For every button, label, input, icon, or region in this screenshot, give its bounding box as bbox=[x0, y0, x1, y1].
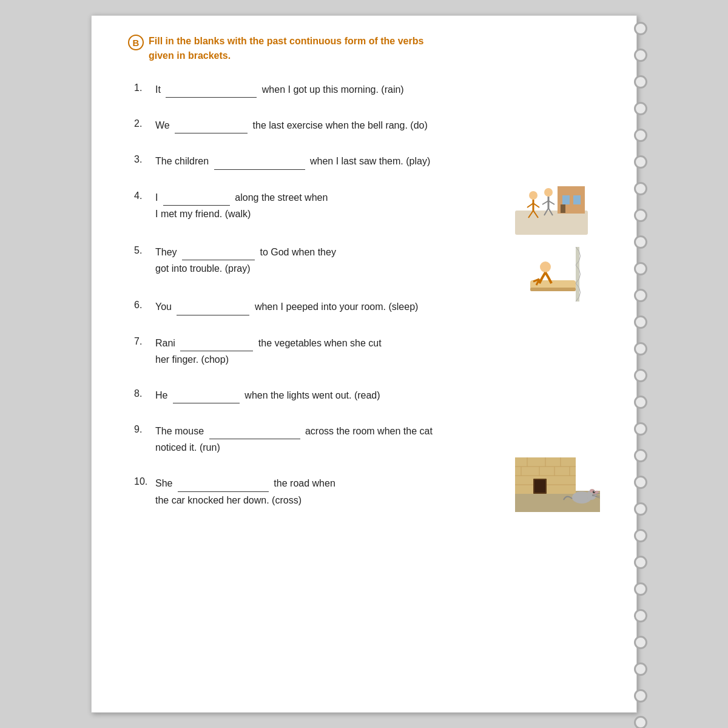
svg-rect-4 bbox=[561, 204, 565, 213]
question-4: 4. I along the street when I met my frie… bbox=[134, 189, 606, 222]
question-content: He when the lights went out. (read) bbox=[155, 387, 606, 403]
svg-point-42 bbox=[594, 491, 595, 493]
svg-point-5 bbox=[529, 191, 538, 200]
question-9: 9. The mouse across the room when the ca… bbox=[134, 423, 606, 456]
question-number: 9. bbox=[134, 423, 155, 435]
question-content: You when I peeped into your room. (sleep… bbox=[155, 298, 606, 315]
exercise-header: B Fill in the blanks with the past conti… bbox=[128, 34, 606, 63]
question-8: 8. He when the lights went out. (read) bbox=[134, 387, 606, 403]
spiral-ring bbox=[634, 22, 647, 35]
spiral-ring bbox=[634, 582, 647, 596]
spiral-ring bbox=[634, 716, 647, 728]
answer-blank-9[interactable] bbox=[209, 428, 300, 439]
spiral-ring bbox=[634, 502, 647, 516]
answer-blank-10[interactable] bbox=[178, 481, 269, 492]
question-content: It when I got up this morning. (rain) bbox=[155, 81, 606, 98]
question-number: 10. bbox=[134, 475, 155, 487]
question-content: The children when I last saw them. (play… bbox=[155, 153, 606, 169]
question-6: 6. You when I peeped into your room. (sl… bbox=[134, 298, 606, 315]
q9-text-the-mouse: The mouse bbox=[155, 426, 204, 436]
svg-rect-3 bbox=[573, 195, 581, 204]
spiral-ring bbox=[634, 315, 647, 329]
spiral-ring bbox=[634, 689, 647, 703]
spiral-ring bbox=[634, 102, 647, 115]
spiral-ring bbox=[634, 155, 647, 169]
spiral-ring bbox=[634, 556, 647, 569]
question-content: The mouse across the room when the cat n… bbox=[155, 423, 606, 456]
question-1: 1. It when I got up this morning. (rain) bbox=[134, 81, 606, 98]
question-content: Rani the vegetables when she cut her fin… bbox=[155, 335, 606, 368]
question-number: 3. bbox=[134, 153, 155, 165]
question-7: 7. Rani the vegetables when she cut her … bbox=[134, 335, 606, 368]
spiral-ring bbox=[634, 209, 647, 222]
answer-blank-3[interactable] bbox=[214, 159, 305, 170]
answer-blank-6[interactable] bbox=[177, 305, 249, 315]
spiral-ring bbox=[634, 369, 647, 382]
answer-blank-5[interactable] bbox=[182, 249, 255, 260]
mouse-illustration bbox=[515, 457, 600, 514]
spiral-ring bbox=[634, 182, 647, 195]
answer-blank-1[interactable] bbox=[166, 87, 257, 98]
spiral-ring bbox=[634, 75, 647, 89]
questions-container: 1. It when I got up this morning. (rain)… bbox=[128, 81, 606, 508]
svg-rect-18 bbox=[530, 288, 576, 291]
spiral-ring bbox=[634, 449, 647, 462]
svg-point-11 bbox=[544, 188, 553, 197]
spiral-ring bbox=[634, 342, 647, 356]
pray-illustration bbox=[527, 244, 594, 307]
spiral-ring bbox=[634, 289, 647, 302]
question-number: 4. bbox=[134, 189, 155, 201]
svg-rect-2 bbox=[562, 195, 570, 204]
question-number: 8. bbox=[134, 387, 155, 399]
question-number: 6. bbox=[134, 298, 155, 311]
question-2: 2. We the last exercise when the bell ra… bbox=[134, 117, 606, 133]
answer-blank-4[interactable] bbox=[163, 195, 230, 206]
spiral-ring bbox=[634, 476, 647, 489]
spiral-ring bbox=[634, 235, 647, 249]
exercise-badge: B bbox=[128, 35, 144, 50]
walk-illustration bbox=[515, 180, 588, 237]
answer-blank-8[interactable] bbox=[173, 393, 240, 403]
spiral-ring bbox=[634, 262, 647, 275]
spiral-binding bbox=[634, 22, 647, 728]
question-number: 5. bbox=[134, 244, 155, 256]
spiral-ring bbox=[634, 129, 647, 142]
notebook-page: B Fill in the blanks with the past conti… bbox=[91, 15, 637, 713]
svg-point-19 bbox=[540, 261, 551, 272]
question-5: 5. They to God when they got into troubl… bbox=[134, 244, 606, 277]
spiral-ring bbox=[634, 662, 647, 676]
instruction-text: Fill in the blanks with the past continu… bbox=[149, 34, 423, 63]
spiral-ring bbox=[634, 636, 647, 649]
svg-rect-22 bbox=[576, 247, 579, 302]
svg-rect-36 bbox=[534, 480, 545, 493]
question-number: 7. bbox=[134, 335, 155, 347]
spiral-ring bbox=[634, 609, 647, 622]
answer-blank-2[interactable] bbox=[175, 123, 248, 133]
spiral-ring bbox=[634, 396, 647, 409]
answer-blank-7[interactable] bbox=[180, 340, 253, 351]
spiral-ring bbox=[634, 529, 647, 542]
question-3: 3. The children when I last saw them. (p… bbox=[134, 153, 606, 169]
spiral-ring bbox=[634, 49, 647, 62]
question-number: 2. bbox=[134, 117, 155, 129]
question-10: 10. She the road when the car knocked he… bbox=[134, 475, 606, 508]
spiral-ring bbox=[634, 422, 647, 436]
question-number: 1. bbox=[134, 81, 155, 93]
question-content: We the last exercise when the bell rang.… bbox=[155, 117, 606, 133]
